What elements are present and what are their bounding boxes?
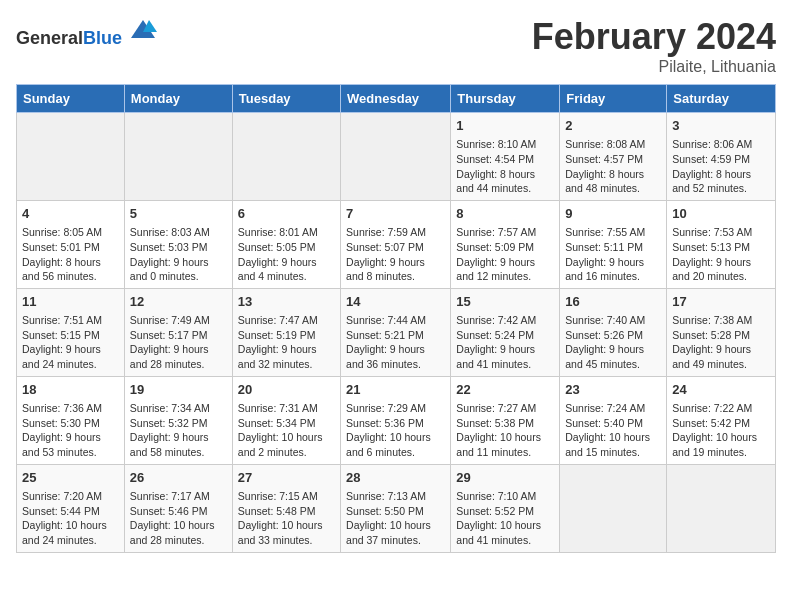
page-header: GeneralBlue February 2024 Pilaite, Lithu… <box>16 16 776 76</box>
day-number: 9 <box>565 205 661 223</box>
weekday-header-row: SundayMondayTuesdayWednesdayThursdayFrid… <box>17 85 776 113</box>
calendar-cell: 8Sunrise: 7:57 AM Sunset: 5:09 PM Daylig… <box>451 200 560 288</box>
weekday-header-friday: Friday <box>560 85 667 113</box>
calendar-cell <box>667 464 776 552</box>
calendar-cell <box>560 464 667 552</box>
day-number: 20 <box>238 381 335 399</box>
day-info: Sunrise: 7:24 AM Sunset: 5:40 PM Dayligh… <box>565 401 661 460</box>
title-area: February 2024 Pilaite, Lithuania <box>532 16 776 76</box>
weekday-header-wednesday: Wednesday <box>341 85 451 113</box>
calendar-cell: 29Sunrise: 7:10 AM Sunset: 5:52 PM Dayli… <box>451 464 560 552</box>
day-number: 25 <box>22 469 119 487</box>
day-number: 19 <box>130 381 227 399</box>
day-info: Sunrise: 7:22 AM Sunset: 5:42 PM Dayligh… <box>672 401 770 460</box>
day-number: 2 <box>565 117 661 135</box>
calendar-cell: 20Sunrise: 7:31 AM Sunset: 5:34 PM Dayli… <box>232 376 340 464</box>
calendar-cell: 6Sunrise: 8:01 AM Sunset: 5:05 PM Daylig… <box>232 200 340 288</box>
weekday-header-monday: Monday <box>124 85 232 113</box>
day-info: Sunrise: 7:17 AM Sunset: 5:46 PM Dayligh… <box>130 489 227 548</box>
day-number: 29 <box>456 469 554 487</box>
day-number: 6 <box>238 205 335 223</box>
calendar-cell: 10Sunrise: 7:53 AM Sunset: 5:13 PM Dayli… <box>667 200 776 288</box>
day-info: Sunrise: 7:49 AM Sunset: 5:17 PM Dayligh… <box>130 313 227 372</box>
calendar-cell: 28Sunrise: 7:13 AM Sunset: 5:50 PM Dayli… <box>341 464 451 552</box>
calendar-cell: 14Sunrise: 7:44 AM Sunset: 5:21 PM Dayli… <box>341 288 451 376</box>
day-number: 7 <box>346 205 445 223</box>
day-number: 5 <box>130 205 227 223</box>
calendar-cell: 22Sunrise: 7:27 AM Sunset: 5:38 PM Dayli… <box>451 376 560 464</box>
day-info: Sunrise: 7:20 AM Sunset: 5:44 PM Dayligh… <box>22 489 119 548</box>
calendar-cell: 18Sunrise: 7:36 AM Sunset: 5:30 PM Dayli… <box>17 376 125 464</box>
calendar-cell <box>17 113 125 201</box>
day-info: Sunrise: 8:06 AM Sunset: 4:59 PM Dayligh… <box>672 137 770 196</box>
calendar-cell <box>232 113 340 201</box>
day-number: 27 <box>238 469 335 487</box>
day-number: 13 <box>238 293 335 311</box>
calendar-cell <box>341 113 451 201</box>
logo-blue: Blue <box>83 28 122 48</box>
day-number: 22 <box>456 381 554 399</box>
calendar-cell: 23Sunrise: 7:24 AM Sunset: 5:40 PM Dayli… <box>560 376 667 464</box>
day-info: Sunrise: 7:34 AM Sunset: 5:32 PM Dayligh… <box>130 401 227 460</box>
day-number: 28 <box>346 469 445 487</box>
day-info: Sunrise: 7:27 AM Sunset: 5:38 PM Dayligh… <box>456 401 554 460</box>
day-info: Sunrise: 7:53 AM Sunset: 5:13 PM Dayligh… <box>672 225 770 284</box>
day-number: 26 <box>130 469 227 487</box>
day-number: 21 <box>346 381 445 399</box>
day-number: 8 <box>456 205 554 223</box>
calendar-cell: 11Sunrise: 7:51 AM Sunset: 5:15 PM Dayli… <box>17 288 125 376</box>
calendar-cell: 12Sunrise: 7:49 AM Sunset: 5:17 PM Dayli… <box>124 288 232 376</box>
day-info: Sunrise: 8:08 AM Sunset: 4:57 PM Dayligh… <box>565 137 661 196</box>
day-info: Sunrise: 7:29 AM Sunset: 5:36 PM Dayligh… <box>346 401 445 460</box>
calendar-cell: 24Sunrise: 7:22 AM Sunset: 5:42 PM Dayli… <box>667 376 776 464</box>
day-number: 10 <box>672 205 770 223</box>
day-info: Sunrise: 7:55 AM Sunset: 5:11 PM Dayligh… <box>565 225 661 284</box>
day-info: Sunrise: 7:31 AM Sunset: 5:34 PM Dayligh… <box>238 401 335 460</box>
calendar-cell: 7Sunrise: 7:59 AM Sunset: 5:07 PM Daylig… <box>341 200 451 288</box>
day-info: Sunrise: 7:36 AM Sunset: 5:30 PM Dayligh… <box>22 401 119 460</box>
day-number: 24 <box>672 381 770 399</box>
logo-general: General <box>16 28 83 48</box>
calendar-cell: 15Sunrise: 7:42 AM Sunset: 5:24 PM Dayli… <box>451 288 560 376</box>
day-info: Sunrise: 8:03 AM Sunset: 5:03 PM Dayligh… <box>130 225 227 284</box>
day-info: Sunrise: 7:38 AM Sunset: 5:28 PM Dayligh… <box>672 313 770 372</box>
day-number: 16 <box>565 293 661 311</box>
day-number: 15 <box>456 293 554 311</box>
calendar-cell: 9Sunrise: 7:55 AM Sunset: 5:11 PM Daylig… <box>560 200 667 288</box>
day-info: Sunrise: 7:57 AM Sunset: 5:09 PM Dayligh… <box>456 225 554 284</box>
day-number: 3 <box>672 117 770 135</box>
day-number: 17 <box>672 293 770 311</box>
calendar-cell: 21Sunrise: 7:29 AM Sunset: 5:36 PM Dayli… <box>341 376 451 464</box>
week-row-1: 1Sunrise: 8:10 AM Sunset: 4:54 PM Daylig… <box>17 113 776 201</box>
day-number: 18 <box>22 381 119 399</box>
weekday-header-tuesday: Tuesday <box>232 85 340 113</box>
day-number: 1 <box>456 117 554 135</box>
weekday-header-saturday: Saturday <box>667 85 776 113</box>
calendar-table: SundayMondayTuesdayWednesdayThursdayFrid… <box>16 84 776 553</box>
day-info: Sunrise: 8:01 AM Sunset: 5:05 PM Dayligh… <box>238 225 335 284</box>
day-number: 12 <box>130 293 227 311</box>
calendar-cell: 3Sunrise: 8:06 AM Sunset: 4:59 PM Daylig… <box>667 113 776 201</box>
day-info: Sunrise: 7:13 AM Sunset: 5:50 PM Dayligh… <box>346 489 445 548</box>
location-title: Pilaite, Lithuania <box>532 58 776 76</box>
day-info: Sunrise: 7:42 AM Sunset: 5:24 PM Dayligh… <box>456 313 554 372</box>
calendar-cell: 27Sunrise: 7:15 AM Sunset: 5:48 PM Dayli… <box>232 464 340 552</box>
day-info: Sunrise: 7:47 AM Sunset: 5:19 PM Dayligh… <box>238 313 335 372</box>
calendar-cell: 25Sunrise: 7:20 AM Sunset: 5:44 PM Dayli… <box>17 464 125 552</box>
calendar-cell: 2Sunrise: 8:08 AM Sunset: 4:57 PM Daylig… <box>560 113 667 201</box>
month-title: February 2024 <box>532 16 776 58</box>
day-number: 23 <box>565 381 661 399</box>
weekday-header-sunday: Sunday <box>17 85 125 113</box>
day-info: Sunrise: 7:59 AM Sunset: 5:07 PM Dayligh… <box>346 225 445 284</box>
day-info: Sunrise: 7:51 AM Sunset: 5:15 PM Dayligh… <box>22 313 119 372</box>
calendar-cell: 17Sunrise: 7:38 AM Sunset: 5:28 PM Dayli… <box>667 288 776 376</box>
week-row-4: 18Sunrise: 7:36 AM Sunset: 5:30 PM Dayli… <box>17 376 776 464</box>
week-row-2: 4Sunrise: 8:05 AM Sunset: 5:01 PM Daylig… <box>17 200 776 288</box>
calendar-cell: 19Sunrise: 7:34 AM Sunset: 5:32 PM Dayli… <box>124 376 232 464</box>
calendar-cell <box>124 113 232 201</box>
week-row-5: 25Sunrise: 7:20 AM Sunset: 5:44 PM Dayli… <box>17 464 776 552</box>
weekday-header-thursday: Thursday <box>451 85 560 113</box>
calendar-cell: 13Sunrise: 7:47 AM Sunset: 5:19 PM Dayli… <box>232 288 340 376</box>
day-info: Sunrise: 8:10 AM Sunset: 4:54 PM Dayligh… <box>456 137 554 196</box>
calendar-cell: 26Sunrise: 7:17 AM Sunset: 5:46 PM Dayli… <box>124 464 232 552</box>
